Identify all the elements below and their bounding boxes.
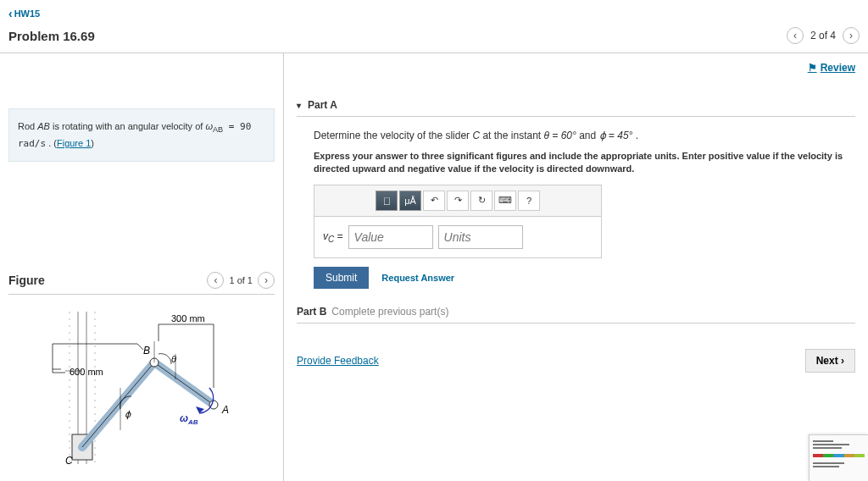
reset-icon[interactable]: ↻	[470, 191, 492, 211]
svg-point-12	[209, 401, 218, 409]
units-icon[interactable]: μÅ	[399, 191, 421, 211]
figure-next-button[interactable]: ›	[258, 272, 275, 289]
svg-line-10	[154, 362, 214, 405]
value-input[interactable]	[348, 225, 433, 249]
figure-link[interactable]: Figure 1	[57, 138, 91, 148]
back-link[interactable]: HW15	[8, 7, 860, 20]
svg-text:θ: θ	[171, 354, 176, 364]
answer-label: vC =	[323, 230, 343, 244]
answer-box: ⎕ μÅ ↶ ↷ ↻ ⌨ ? vC =	[314, 185, 602, 258]
svg-text:C: C	[65, 455, 73, 467]
part-b-header[interactable]: Part BComplete previous part(s)	[297, 306, 855, 323]
svg-text:B: B	[143, 345, 150, 357]
submit-button[interactable]: Submit	[314, 267, 369, 289]
units-input[interactable]	[438, 225, 523, 249]
problem-title: Problem 16.69	[8, 29, 95, 43]
review-link[interactable]: Review	[808, 62, 855, 74]
svg-text:600 mm: 600 mm	[70, 367, 103, 377]
svg-text:ωAB: ωAB	[180, 412, 198, 426]
svg-text:A: A	[221, 404, 229, 416]
undo-icon[interactable]: ↶	[423, 191, 445, 211]
prev-problem-button[interactable]: ‹	[787, 27, 804, 44]
svg-text:300 mm: 300 mm	[171, 313, 205, 323]
provide-feedback-link[interactable]: Provide Feedback	[297, 355, 379, 367]
help-icon[interactable]: ?	[518, 191, 540, 211]
figure-pager-text: 1 of 1	[229, 275, 253, 285]
figure-diagram: C B A θ ϕ 600 mm	[8, 303, 275, 473]
part-a-instructions: Express your answer to three significant…	[314, 150, 855, 176]
part-a-header[interactable]: Part A	[297, 99, 855, 117]
svg-text:ϕ: ϕ	[125, 409, 131, 420]
part-a-prompt: Determine the velocity of the slider C a…	[314, 130, 855, 141]
problem-pager: ‹ 2 of 4 ›	[787, 27, 860, 44]
figure-title: Figure	[8, 274, 45, 287]
keyboard-icon[interactable]: ⌨	[494, 191, 516, 211]
next-problem-button[interactable]: ›	[843, 27, 860, 44]
next-button[interactable]: Next	[805, 349, 855, 373]
redo-icon[interactable]: ↷	[447, 191, 469, 211]
templates-icon[interactable]: ⎕	[376, 191, 398, 211]
request-answer-link[interactable]: Request Answer	[381, 273, 454, 283]
figure-prev-button[interactable]: ‹	[207, 272, 224, 289]
problem-intro: Rod AB is rotating with an angular veloc…	[8, 108, 275, 162]
help-widget[interactable]	[809, 434, 868, 481]
pager-text: 2 of 4	[810, 30, 836, 41]
